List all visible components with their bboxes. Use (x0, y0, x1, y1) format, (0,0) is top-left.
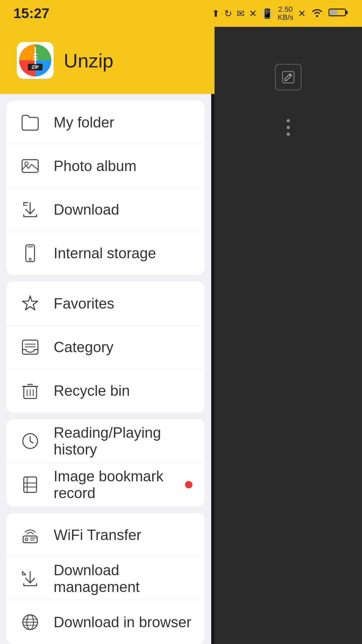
svg-point-9 (287, 119, 290, 122)
more-options-icon[interactable] (286, 117, 291, 142)
sidebar-item-my-folder[interactable]: My folder (7, 101, 204, 144)
app-title: Unzip (64, 49, 113, 72)
download-management-label: Download management (54, 562, 192, 595)
section-files: My folder Photo album (7, 101, 204, 275)
sidebar-item-download-management[interactable]: Download management (7, 557, 204, 600)
x-icon: ✕ (298, 8, 306, 19)
svg-point-15 (29, 258, 31, 260)
globe-icon (19, 611, 42, 634)
sidebar-item-favorites[interactable]: Favorites (7, 282, 204, 325)
svg-point-11 (287, 132, 290, 136)
wifi-transfer-icon (19, 524, 42, 546)
sidebar-item-photo-album[interactable]: Photo album (7, 144, 204, 188)
svg-rect-14 (26, 245, 35, 262)
edit-icon-button[interactable] (275, 64, 302, 91)
recycle-bin-label: Recycle bin (54, 382, 192, 399)
star-icon (19, 292, 42, 315)
image-bookmark-label: Image bookmark record (54, 468, 173, 501)
app-logo-svg: ZIP (18, 44, 52, 77)
category-label: Category (54, 339, 192, 356)
photo-album-label: Photo album (54, 158, 192, 174)
download-browser-label: Download in browser (54, 614, 192, 631)
svg-rect-26 (24, 477, 37, 492)
download-mgmt-icon (19, 567, 42, 590)
svg-rect-3 (330, 10, 337, 15)
status-bar: 15:27 ⬆ ↻ ✉ ✕ 📳 2.50KB/s ✕ (0, 0, 362, 27)
folder-icon (19, 111, 42, 134)
sync-icon: ↻ (224, 8, 232, 19)
reading-history-label: Reading/Playing history (54, 424, 192, 458)
svg-point-10 (287, 126, 290, 129)
sidebar-item-reading-history[interactable]: Reading/Playing history (7, 419, 204, 463)
sidebar-item-download-browser[interactable]: Download in browser (7, 600, 204, 644)
svg-text:ZIP: ZIP (32, 64, 39, 70)
speed-text: 2.50KB/s (278, 5, 293, 21)
internal-storage-label: Internal storage (54, 245, 192, 262)
sidebar-item-internal-storage[interactable]: Internal storage (7, 231, 204, 275)
wifi-transfer-label: WiFi Transfer (54, 527, 192, 543)
app-logo: ZIP (17, 42, 54, 79)
favorites-label: Favorites (54, 295, 192, 312)
section-organize: Favorites Category (7, 282, 204, 413)
clock-icon (19, 430, 42, 452)
sidebar-item-image-bookmark[interactable]: Image bookmark record (7, 463, 204, 506)
right-panel (215, 0, 362, 644)
svg-rect-2 (346, 11, 348, 14)
svg-point-13 (25, 162, 28, 165)
bookmark-icon (19, 473, 42, 496)
vibrate-icon: 📳 (261, 8, 273, 19)
section-tools: WiFi Transfer Download management (7, 513, 204, 644)
status-time: 15:27 (13, 5, 49, 21)
mail-icon: ✉ (237, 8, 244, 19)
bookmark-badge (185, 481, 192, 488)
section-history: Reading/Playing history Image bookmark r… (7, 419, 204, 506)
wrench-icon: ✕ (249, 8, 257, 19)
phone-icon (19, 242, 42, 265)
upload-icon: ⬆ (212, 8, 220, 19)
photo-icon (19, 155, 42, 177)
status-icons: ⬆ ↻ ✉ ✕ 📳 2.50KB/s ✕ (212, 5, 349, 21)
trash-icon (19, 379, 42, 402)
sidebar-item-download[interactable]: Download (7, 188, 204, 231)
battery-icon (328, 7, 349, 20)
my-folder-label: My folder (54, 114, 192, 131)
download-label: Download (54, 201, 192, 218)
sidebar-menu: My folder Photo album (0, 94, 211, 644)
svg-point-29 (25, 538, 28, 541)
svg-rect-8 (283, 71, 294, 83)
sidebar-item-category[interactable]: Category (7, 325, 204, 369)
sidebar-item-recycle-bin[interactable]: Recycle bin (7, 369, 204, 413)
inbox-icon (19, 336, 42, 359)
sidebar-item-wifi-transfer[interactable]: WiFi Transfer (7, 513, 204, 557)
svg-point-0 (316, 15, 318, 17)
wifi-icon (310, 7, 324, 20)
download-icon (19, 198, 42, 221)
app-header: ZIP Unzip (0, 27, 215, 94)
